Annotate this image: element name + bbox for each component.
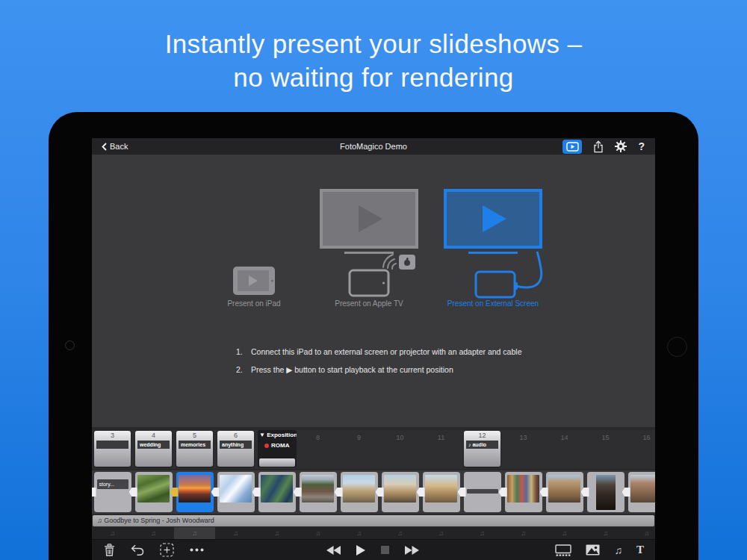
ipad-camera [65, 340, 75, 350]
slide-number-14[interactable]: 14 [544, 430, 585, 469]
europe-map-photo[interactable] [256, 470, 297, 514]
audio-track[interactable]: ♫ Goodbye to Spring - Josh Woodward [93, 515, 654, 526]
audio-slot[interactable]: ♫ [92, 527, 133, 539]
slide-header-card: 6anything [217, 431, 254, 467]
insert-slide-icon[interactable] [160, 543, 174, 557]
slide-thumbnail-card [382, 472, 419, 512]
present-option-label: Present on iPad [209, 299, 299, 308]
stop-icon[interactable] [381, 546, 389, 554]
group-card-footer [259, 458, 295, 467]
spanish-steps-photo[interactable] [421, 470, 462, 514]
slide-thumbnail-card [546, 472, 583, 512]
present-option-external-screen[interactable]: Present on External Screen [418, 189, 568, 304]
wedding-photo[interactable] [133, 470, 174, 514]
street-crowd-photo[interactable] [626, 470, 655, 514]
dark-alley-photo[interactable] [585, 470, 626, 514]
hero-title-line2: no waiting for rendering [0, 60, 747, 94]
narrow-street-photo[interactable] [544, 470, 585, 514]
slide-thumbnail-card [217, 472, 255, 512]
media-browser-icon[interactable] [586, 544, 600, 556]
audio-slot[interactable]: ♫ [421, 527, 462, 539]
slide-group-card: ▼ ExpositionROMA [258, 430, 297, 467]
slide-thumbnail-card [341, 472, 378, 512]
slide-header-5[interactable]: 5memories [174, 430, 215, 469]
group-item-label: ROMA [271, 442, 289, 449]
slide-number: 12 [464, 431, 500, 439]
slide-number-10[interactable]: 10 [379, 430, 421, 469]
slide-header-card: 3 [94, 431, 131, 467]
slide-header-4[interactable]: 4wedding [133, 430, 174, 469]
water-skier-photo[interactable] [215, 470, 256, 514]
slide-number-9[interactable]: 9 [338, 430, 379, 469]
slide-header-card: 4wedding [135, 431, 172, 467]
present-canvas: Present on iPad [92, 155, 655, 427]
piazza-obelisk-photo[interactable] [338, 470, 379, 514]
transition-icon[interactable] [92, 488, 96, 497]
audio-slot[interactable]: ♫ [462, 527, 503, 539]
more-options-icon[interactable] [190, 548, 204, 552]
share-icon[interactable] [593, 140, 604, 153]
storyboard-view-icon[interactable] [555, 544, 571, 556]
slide-number-13[interactable]: 13 [503, 430, 544, 469]
audio-text-slide[interactable] [462, 470, 503, 514]
slide-number: 6 [217, 431, 254, 439]
slide-header-6[interactable]: 6anything [215, 430, 256, 469]
present-option-label: Present on External Screen [418, 299, 568, 308]
slide-thumbnail-card [423, 472, 460, 512]
slide-number-11[interactable]: 11 [421, 430, 462, 469]
slide-group-exposition[interactable]: ▼ ExpositionROMA [256, 430, 297, 469]
slide-thumbnail-card [258, 472, 296, 512]
slide-thumbnail-card [176, 472, 214, 512]
audio-browser-icon[interactable]: ♫ [614, 545, 622, 556]
audio-slot[interactable]: ♫ [215, 527, 256, 539]
help-button[interactable]: ? [638, 140, 645, 152]
audio-slot[interactable]: ♫ [626, 527, 655, 539]
audio-slot[interactable]: ♫ [379, 527, 421, 539]
slide-title-bar: wedding [137, 441, 170, 449]
settings-gear-icon[interactable] [615, 140, 627, 152]
audio-slot[interactable]: ♫ [297, 527, 338, 539]
audio-slot[interactable]: ♫ [544, 527, 585, 539]
present-option-ipad[interactable]: Present on iPad [209, 189, 299, 301]
slide-number: 8 [297, 430, 338, 441]
undo-icon[interactable] [131, 544, 144, 556]
play-icon[interactable] [356, 545, 365, 556]
slide-title-bar: memories [179, 441, 211, 449]
slide-number-15[interactable]: 15 [585, 430, 626, 469]
present-play-button[interactable] [562, 140, 582, 154]
street-crowd-photo-image [630, 475, 655, 503]
text-tool-icon[interactable]: T [636, 544, 644, 556]
sunset-beach-photo-image [179, 475, 211, 503]
slide-header-3[interactable]: 3 [92, 430, 133, 469]
external-screen-setup-icon [418, 189, 568, 301]
scooters-photo[interactable] [503, 470, 544, 514]
audio-slot[interactable]: ♫ [256, 527, 297, 539]
audio-slot[interactable]: ♫ [585, 527, 626, 539]
audio-slot[interactable]: ♫ [338, 527, 379, 539]
slide-number: 4 [135, 431, 172, 439]
slide-thumbnail-card [587, 472, 624, 512]
fast-forward-icon[interactable] [405, 546, 419, 555]
slide-header-12[interactable]: 12♪ audio [462, 430, 503, 469]
story-text-slide[interactable]: story... [92, 470, 133, 514]
slide-number-8[interactable]: 8 [297, 430, 338, 469]
ipad-home-button[interactable] [667, 337, 687, 357]
scooters-photo-image [507, 475, 539, 503]
city-square-photo[interactable] [379, 470, 421, 514]
audio-slot[interactable]: ♫ [174, 527, 215, 539]
spanish-steps-photo-image [425, 475, 457, 503]
audio-slot[interactable]: ♫ [133, 527, 174, 539]
navbar: Back FotoMagico Demo [92, 138, 655, 155]
slide-number: 9 [338, 430, 379, 441]
audio-slot[interactable]: ♫ [503, 527, 544, 539]
slide-number-16[interactable]: 16 [626, 430, 655, 469]
slide-thumbnail-card [464, 472, 501, 512]
slide-header-card: 12♪ audio [464, 431, 500, 467]
roman-street-photo[interactable] [297, 470, 338, 514]
audio-icon-row: ♫♫♫♫♫♫♫♫♫♫♫♫♫♫ [92, 527, 655, 539]
trash-icon[interactable] [104, 544, 115, 556]
rewind-icon[interactable] [326, 546, 341, 555]
sunset-beach-photo[interactable] [174, 470, 215, 514]
slide-text-bar: story... [97, 479, 128, 489]
europe-map-photo-image [261, 475, 293, 503]
